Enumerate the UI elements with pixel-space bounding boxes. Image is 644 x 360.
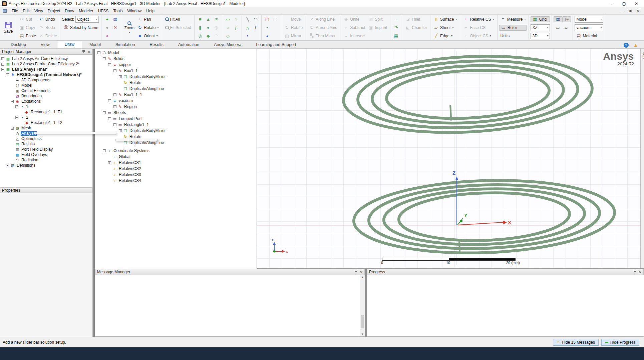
close-button[interactable]: ✕ — [635, 1, 638, 6]
toolbar-button-arc[interactable]: ◠ — [252, 17, 260, 22]
chevron-down-icon[interactable]: ▾ — [547, 26, 548, 29]
tree-item-field-overlays[interactable]: ▦Field Overlays — [0, 152, 92, 157]
collapse-icon[interactable]: − — [108, 117, 111, 120]
chevron-down-icon[interactable]: ▾ — [156, 34, 158, 37]
toolbar-button-snaprect[interactable]: ▭ — [554, 25, 562, 30]
tab-automation[interactable]: Automation — [171, 41, 207, 48]
chevron-down-icon[interactable]: ▾ — [490, 34, 491, 37]
toolbar-button-grid[interactable]: ▦Grid — [531, 16, 550, 22]
chevron-down-icon[interactable]: ▾ — [96, 18, 97, 21]
menu-view[interactable]: View — [32, 8, 45, 14]
collapse-icon[interactable]: − — [97, 51, 100, 54]
toolbar-button-snapgrid[interactable]: ▦ — [554, 16, 562, 22]
tab-results[interactable]: Results — [142, 41, 171, 48]
collapse-icon[interactable]: − — [113, 69, 116, 72]
tree-item-results[interactable]: ▤Results — [0, 141, 92, 147]
toolbar-button-paste[interactable]: ▤Paste — [18, 33, 37, 39]
collapse-icon[interactable]: − — [113, 123, 116, 126]
tab-learning-and-support[interactable]: Learning and Support — [249, 41, 303, 48]
toolbar-button-select-by-name[interactable]: ⓈSelect by Name — [62, 25, 100, 30]
toolbar-button-pan[interactable]: +Pan — [136, 17, 160, 22]
toolbar-button-sel-pink[interactable]: ● — [103, 33, 111, 38]
tab-simulation[interactable]: Simulation — [108, 41, 142, 48]
toolbar-button-mirror[interactable]: ▥Mirror — [283, 33, 304, 39]
scroll-down-icon[interactable]: ▼ — [361, 333, 364, 336]
toolbar-button-rotate[interactable]: ↻Rotate▾ — [136, 25, 160, 30]
chevron-down-icon[interactable]: ▾ — [129, 31, 130, 34]
toolbar-button-sweep-axis[interactable]: ↷ — [392, 25, 400, 30]
toolbar-button-cylinder[interactable]: ▮ — [196, 25, 204, 30]
hide-progress-button[interactable]: Hide Progress — [601, 339, 639, 346]
toolbar-button-zoom[interactable]: Zoom▾ — [123, 21, 136, 34]
expand-icon[interactable]: + — [1, 63, 4, 66]
tree-item-definitions[interactable]: +▨Definitions — [0, 163, 92, 168]
tree-item-region[interactable]: +✎Region — [96, 104, 257, 110]
menu-help[interactable]: Help — [144, 8, 157, 14]
menu-file[interactable]: File — [9, 8, 20, 14]
toolbar-button-sphere[interactable]: ● — [204, 25, 212, 30]
menu-edit[interactable]: Edit — [20, 8, 32, 14]
collapse-icon[interactable]: − — [108, 99, 111, 102]
toolbar-button-regpoly[interactable]: ◇ — [224, 33, 232, 38]
expand-icon[interactable]: + — [11, 127, 14, 130]
expand-icon[interactable]: + — [1, 57, 4, 60]
tree-item-relativecs1[interactable]: ++RelativeCS1 — [96, 160, 257, 166]
tab-desktop[interactable]: Desktop — [3, 41, 33, 48]
toolbar-button-polyline[interactable]: ʒ — [244, 25, 252, 30]
collapse-icon[interactable]: − — [1, 68, 4, 71]
toolbar-button-spiral[interactable]: ◎ — [212, 25, 220, 30]
tree-item-solids[interactable]: −✎Solids — [96, 56, 257, 62]
toolbar-button-cone[interactable]: ▲ — [204, 17, 212, 22]
chevron-down-icon[interactable]: ▾ — [600, 18, 602, 21]
combo-value[interactable]: Object▾ — [75, 16, 99, 23]
toolbar-button-ruler[interactable]: ▭Ruler — [499, 25, 527, 31]
toolbar-button-object-cs[interactable]: +Object CS▾ — [462, 33, 495, 39]
toolbar-button-along-line[interactable]: ↗Along Line — [308, 17, 338, 22]
tree-item-rectangle1-1-t1[interactable]: ◆Rectangle1_1_T1 — [0, 109, 92, 115]
collapse-icon[interactable]: − — [103, 149, 106, 152]
toolbar-button-snapcenter[interactable]: ◎ — [562, 16, 571, 22]
toolbar-button-sheet[interactable]: ▱Sheet▾ — [432, 25, 458, 30]
expand-icon[interactable]: + — [113, 93, 116, 96]
toolbar-button-screen[interactable]: ▦ — [111, 17, 119, 22]
collapse-icon[interactable]: − — [103, 57, 106, 60]
toolbar-button-fit-all[interactable]: Fit All — [164, 17, 193, 22]
toolbar-button-sel-red[interactable]: ✕ — [111, 25, 119, 30]
collapse-icon[interactable]: − — [11, 100, 14, 103]
menu-hfss[interactable]: HFSS — [96, 8, 111, 14]
toolbar-button-delete[interactable]: ✕Delete — [37, 33, 58, 39]
expand-icon[interactable]: + — [119, 75, 122, 78]
toolbar-button-orient[interactable]: ■Orient▾ — [136, 33, 160, 39]
toolbar-button-chamfer[interactable]: ◣Chamfer — [404, 25, 428, 30]
mdi-minimize-icon[interactable]: — — [621, 9, 624, 13]
tree-item-lab-2-ansys-final[interactable]: −▦Lab 2 Ansys Final* — [0, 67, 92, 72]
toolbar-button-sel-green[interactable]: ● — [103, 17, 111, 22]
collapse-icon[interactable]: − — [108, 63, 111, 66]
chevron-down-icon[interactable]: ▾ — [600, 26, 602, 29]
chevron-down-icon[interactable]: ▾ — [547, 34, 548, 37]
tree-item-2[interactable]: −◔2 — [0, 115, 92, 120]
maximize-button[interactable]: ▢ — [622, 1, 626, 6]
tree-item-duplicatebodymirror[interactable]: +❏DuplicateBodyMirror — [96, 128, 257, 134]
mdi-close-icon[interactable]: ✕ — [637, 9, 639, 13]
combo-value[interactable]: 3D▾ — [531, 33, 550, 39]
toolbar-combo-xz[interactable]: XZ▾ — [531, 24, 550, 31]
expand-icon[interactable]: + — [113, 105, 116, 108]
tree-item-rectangle1-1-t2[interactable]: ◆Rectangle1_1_T2 — [0, 120, 92, 125]
toolbar-button-measure[interactable]: ≡Measure▾ — [499, 17, 527, 22]
tree-item-optimetrics[interactable]: △Optimetrics — [0, 136, 92, 141]
toolbar-button-rectangle[interactable]: ▭ — [224, 17, 232, 22]
toolbar-button-sel-gray[interactable]: ● — [103, 25, 111, 30]
toolbar-button-fn-surface[interactable]: ƒ — [232, 25, 240, 30]
tree-item-radiation[interactable]: ◠Radiation — [0, 157, 92, 163]
toolbar-button-split[interactable]: ▥Split — [367, 17, 388, 22]
toolbar-button-sweep-vector[interactable]: → — [392, 17, 400, 22]
toolbar-combo-object[interactable]: Select:Object▾ — [62, 16, 100, 23]
toolbar-button-fit-selected[interactable]: Fit Selected — [164, 25, 193, 30]
close-panel-icon[interactable]: ✕ — [360, 270, 363, 274]
toolbar-button-redbox2[interactable]: ▢ — [271, 17, 279, 22]
tab-ansys-minerva[interactable]: Ansys Minerva — [207, 41, 249, 48]
toolbar-button-polyhedron[interactable]: ◆ — [204, 33, 212, 38]
help-icon[interactable]: ? — [624, 43, 629, 48]
chevron-down-icon[interactable]: ▾ — [451, 34, 452, 37]
